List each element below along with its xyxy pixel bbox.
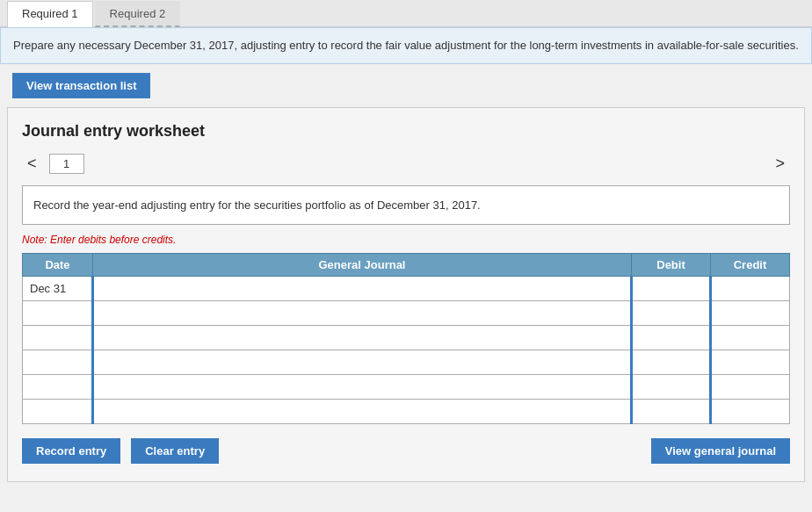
page-number: 1: [49, 154, 84, 174]
credit-input-4[interactable]: [712, 375, 789, 399]
action-bar: View transaction list: [0, 64, 812, 107]
journal-table: Date General Journal Debit Credit Dec 31: [22, 253, 790, 424]
col-header-credit: Credit: [711, 254, 790, 277]
credit-input-0[interactable]: [712, 277, 789, 300]
date-cell-3: [23, 350, 93, 375]
credit-cell-5[interactable]: [711, 400, 790, 424]
debit-cell-5[interactable]: [632, 400, 711, 424]
debit-cell-3[interactable]: [632, 350, 711, 375]
info-bar: Prepare any necessary December 31, 2017,…: [0, 27, 812, 64]
record-entry-button[interactable]: Record entry: [22, 438, 120, 464]
journal-input-4[interactable]: [94, 375, 630, 399]
table-row: Dec 31: [23, 277, 790, 301]
debit-input-5[interactable]: [633, 400, 709, 423]
tabs-bar: Required 1 Required 2: [0, 0, 812, 27]
next-page-button[interactable]: >: [770, 153, 790, 175]
journal-input-0[interactable]: [94, 277, 630, 300]
journal-input-2[interactable]: [94, 326, 630, 350]
description-box: Record the year-end adjusting entry for …: [22, 185, 790, 226]
table-header-row: Date General Journal Debit Credit: [23, 254, 790, 277]
credit-input-2[interactable]: [712, 326, 789, 350]
date-cell-2: [23, 326, 93, 350]
nav-row: < 1 >: [22, 153, 790, 175]
date-cell-0: Dec 31: [23, 277, 93, 301]
debit-cell-2[interactable]: [632, 326, 711, 350]
journal-input-5[interactable]: [94, 400, 630, 423]
credit-input-5[interactable]: [712, 400, 789, 423]
date-cell-1: [23, 301, 93, 326]
tab-required-1[interactable]: Required 1: [7, 1, 93, 27]
journal-input-3[interactable]: [94, 350, 630, 374]
journal-input-1[interactable]: [94, 301, 630, 325]
table-row: [23, 326, 790, 350]
credit-cell-2[interactable]: [711, 326, 790, 350]
tab-required-2[interactable]: Required 2: [95, 1, 181, 27]
col-header-journal: General Journal: [93, 254, 632, 277]
journal-cell-0[interactable]: [93, 277, 632, 301]
journal-cell-2[interactable]: [93, 326, 632, 350]
debit-input-2[interactable]: [633, 326, 709, 350]
debit-input-3[interactable]: [633, 350, 709, 374]
clear-entry-button[interactable]: Clear entry: [131, 438, 219, 464]
debit-cell-0[interactable]: [632, 277, 711, 301]
note-text: Note: Enter debits before credits.: [22, 234, 790, 246]
table-row: [23, 375, 790, 400]
credit-input-1[interactable]: [712, 301, 789, 325]
view-general-journal-button[interactable]: View general journal: [651, 438, 790, 464]
col-header-date: Date: [23, 254, 93, 277]
journal-cell-4[interactable]: [93, 375, 632, 400]
table-row: [23, 400, 790, 424]
worksheet-container: Journal entry worksheet < 1 > Record the…: [7, 107, 805, 483]
footer-buttons: Record entry Clear entry View general jo…: [22, 438, 790, 467]
journal-cell-1[interactable]: [93, 301, 632, 326]
debit-cell-4[interactable]: [632, 375, 711, 400]
prev-page-button[interactable]: <: [22, 153, 42, 175]
credit-cell-4[interactable]: [711, 375, 790, 400]
credit-cell-3[interactable]: [711, 350, 790, 375]
debit-input-1[interactable]: [633, 301, 709, 325]
debit-input-4[interactable]: [633, 375, 709, 399]
debit-cell-1[interactable]: [632, 301, 711, 326]
journal-cell-5[interactable]: [93, 400, 632, 424]
view-transaction-list-button[interactable]: View transaction list: [12, 73, 150, 98]
worksheet-title: Journal entry worksheet: [22, 122, 790, 141]
debit-input-0[interactable]: [633, 277, 709, 300]
credit-cell-1[interactable]: [711, 301, 790, 326]
journal-cell-3[interactable]: [93, 350, 632, 375]
date-cell-4: [23, 375, 93, 400]
credit-input-3[interactable]: [712, 350, 789, 374]
col-header-debit: Debit: [632, 254, 711, 277]
date-cell-5: [23, 400, 93, 424]
credit-cell-0[interactable]: [711, 277, 790, 301]
table-row: [23, 301, 790, 326]
table-row: [23, 350, 790, 375]
